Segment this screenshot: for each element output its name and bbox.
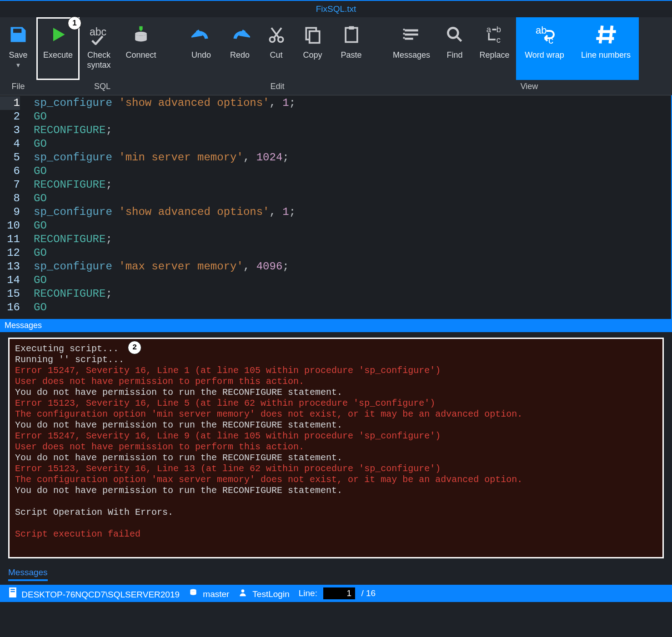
messages-button[interactable]: Messages (386, 17, 436, 80)
message-line: Error 15123, Severity 16, Line 13 (at li… (15, 463, 657, 474)
database-status-icon (189, 588, 198, 597)
line-number: 1 (0, 96, 20, 110)
code-line[interactable]: GO (34, 219, 671, 233)
line-indicator: Line: 1 / 16 (299, 587, 376, 599)
line-number: 6 (0, 164, 20, 178)
code-editor[interactable]: 12345678910111213141516 sp_configure 'sh… (0, 95, 672, 319)
line-number: 16 (0, 301, 20, 314)
callout-1: 1 (68, 16, 81, 30)
word-wrap-icon: abc (534, 22, 556, 47)
line-number: 11 (0, 233, 20, 246)
message-line: The configuration option 'max server mem… (15, 474, 657, 485)
message-line (15, 518, 657, 529)
user-icon (238, 588, 247, 597)
undo-icon (191, 22, 211, 47)
database-name: master (203, 589, 229, 599)
server-icon (9, 587, 16, 597)
code-line[interactable]: RECONFIGURE; (34, 124, 671, 137)
undo-button[interactable]: Undo (182, 17, 221, 80)
execute-label: Execute (43, 50, 73, 60)
messages-tab[interactable]: Messages (8, 567, 48, 581)
server-name: DESKTOP-76NQCD7\SQLSERVER2019 (21, 590, 180, 599)
copy-label: Copy (303, 50, 322, 60)
execute-button[interactable]: 1 Execute (36, 17, 80, 80)
svg-rect-5 (309, 31, 319, 43)
word-wrap-button[interactable]: abc Word wrap (516, 17, 573, 80)
svg-rect-7 (349, 26, 354, 30)
replace-button[interactable]: abc Replace (473, 17, 516, 80)
copy-button[interactable]: Copy (293, 17, 332, 80)
code-line[interactable]: GO (34, 164, 671, 178)
code-line[interactable]: RECONFIGURE; (34, 178, 671, 192)
find-button[interactable]: Find (436, 17, 473, 80)
line-number: 4 (0, 137, 20, 151)
messages-panel[interactable]: 2 Executing script...Running '' script..… (8, 338, 664, 558)
line-number: 14 (0, 274, 20, 287)
line-number: 13 (0, 260, 20, 274)
message-line: You do not have permission to run the RE… (15, 485, 657, 496)
message-line (15, 496, 657, 507)
code-line[interactable]: RECONFIGURE; (34, 287, 671, 301)
dropdown-caret-icon: ▼ (15, 62, 21, 69)
code-line[interactable]: sp_configure 'min server memory', 1024; (34, 151, 671, 164)
word-wrap-label: Word wrap (525, 50, 564, 60)
message-line: You do not have permission to run the RE… (15, 387, 657, 398)
ribbon: Save ▼ File 1 Execute (0, 17, 672, 95)
code-line[interactable]: sp_configure 'show advanced options', 1; (34, 205, 671, 219)
code-line[interactable]: GO (34, 301, 671, 314)
code-line[interactable]: GO (34, 192, 671, 205)
cut-label: Cut (270, 50, 282, 60)
callout-2: 2 (128, 341, 141, 354)
message-line: Executing script... (15, 343, 657, 354)
messages-label: Messages (393, 50, 430, 60)
line-number: 15 (0, 287, 20, 301)
line-label: Line: (299, 588, 317, 598)
output-tabs: Messages (0, 565, 672, 581)
line-number: 8 (0, 192, 20, 205)
code-line[interactable]: GO (34, 274, 671, 287)
svg-text:c: c (496, 35, 500, 45)
svg-text:b: b (496, 25, 501, 34)
find-label: Find (446, 50, 462, 60)
line-number: 2 (0, 110, 20, 124)
code-line[interactable]: GO (34, 110, 671, 124)
copy-icon (303, 22, 323, 47)
line-numbers-button[interactable]: Line numbers (573, 17, 639, 80)
svg-rect-16 (10, 591, 15, 592)
user-status: TestLogin (238, 588, 289, 599)
svg-text:ab: ab (536, 25, 547, 36)
redo-button[interactable]: Redo (221, 17, 259, 80)
redo-icon (230, 22, 250, 47)
line-number: 10 (0, 219, 20, 233)
line-number: 12 (0, 246, 20, 260)
paste-button[interactable]: Paste (332, 17, 371, 80)
check-syntax-button[interactable]: abc Check syntax (80, 17, 118, 80)
ribbon-group-sql: SQL (36, 80, 168, 95)
user-name: TestLogin (252, 589, 289, 599)
svg-text:abc: abc (89, 26, 106, 38)
code-line[interactable]: GO (34, 246, 671, 260)
clipboard-icon (341, 22, 361, 47)
code-line[interactable]: sp_configure 'show advanced options', 1; (34, 96, 671, 110)
line-gutter: 12345678910111213141516 (0, 96, 26, 314)
ribbon-group-edit: Edit (182, 80, 373, 95)
search-icon (445, 22, 465, 47)
line-number-input[interactable]: 1 (323, 587, 355, 599)
replace-label: Replace (479, 50, 509, 60)
save-button[interactable]: Save ▼ (0, 17, 36, 80)
svg-text:a: a (486, 25, 491, 34)
message-line: You do not have permission to run the RE… (15, 420, 657, 431)
code-line[interactable]: RECONFIGURE; (34, 233, 671, 246)
cut-button[interactable]: Cut (259, 17, 293, 80)
code-line[interactable]: sp_configure 'max server memory', 4096; (34, 260, 671, 274)
code-content[interactable]: sp_configure 'show advanced options', 1;… (26, 96, 671, 314)
connect-button[interactable]: Connect (118, 17, 164, 80)
message-line: Error 15247, Severity 16, Line 9 (at lin… (15, 431, 657, 442)
code-line[interactable]: GO (34, 137, 671, 151)
line-number: 3 (0, 124, 20, 137)
undo-label: Undo (191, 50, 211, 60)
check-syntax-label: Check syntax (87, 50, 110, 70)
message-line: User does not have permission to perform… (15, 376, 657, 387)
messages-panel-header[interactable]: Messages (0, 319, 672, 332)
message-line: You do not have permission to run the RE… (15, 453, 657, 463)
